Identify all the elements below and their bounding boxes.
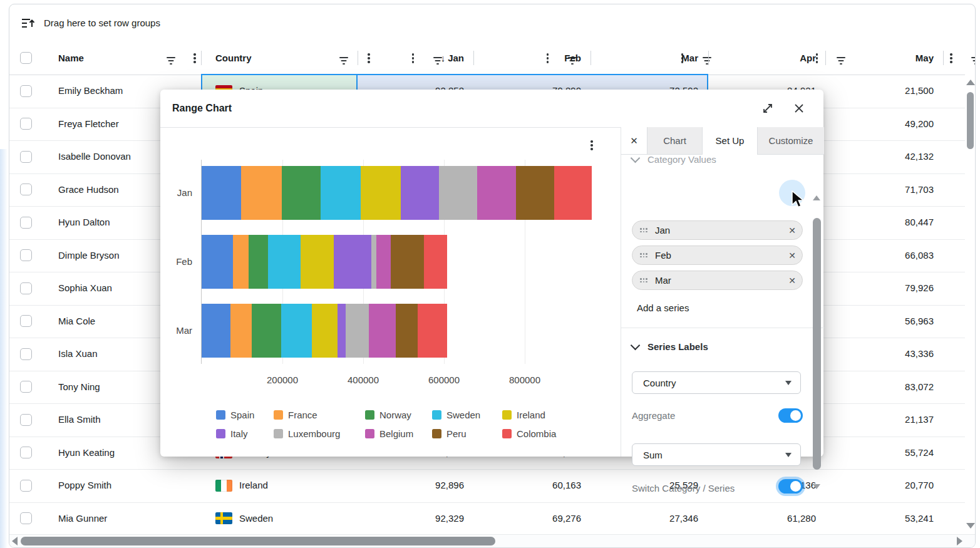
column-resize-handle[interactable] [591,51,591,65]
scroll-up-icon[interactable] [966,80,975,85]
column-header-may[interactable]: May [840,41,934,74]
dialog-titlebar[interactable]: Range Chart [160,90,823,128]
cell-may[interactable]: 56,963 [840,305,934,338]
tab-set-up[interactable]: Set Up [702,127,758,155]
cell-may[interactable]: 66,083 [840,239,934,272]
cell-name[interactable]: Poppy Smith [58,469,111,502]
row-checkbox[interactable] [20,85,32,97]
cell-may[interactable]: 42,132 [840,140,934,173]
column-resize-handle[interactable] [358,51,358,65]
horizontal-scrollbar[interactable] [9,534,975,548]
row-checkbox[interactable] [20,249,32,261]
column-header-jan[interactable]: ↓ Jan [370,41,464,74]
column-menu-icon[interactable] [816,53,818,63]
cell-may[interactable]: 71,703 [840,173,934,207]
legend-item-peru[interactable]: Peru [432,428,467,439]
row-checkbox[interactable] [20,348,32,360]
row-checkbox[interactable] [20,118,32,130]
filter-icon[interactable] [339,57,349,65]
cell-may[interactable]: 21,137 [840,403,934,437]
row-checkbox[interactable] [20,151,32,163]
column-header-country[interactable]: Country [215,41,252,74]
column-menu-icon[interactable] [193,53,196,63]
close-icon[interactable] [793,102,805,115]
vertical-scroll-thumb[interactable] [967,92,974,149]
cell-may[interactable]: 79,926 [840,272,934,305]
series-chip-mar[interactable]: Mar✕ [632,271,803,290]
cell-name[interactable]: Mia Cole [58,305,95,338]
cell-name[interactable]: Hyun Keating [58,437,115,470]
cell-may[interactable]: 80,447 [840,206,934,239]
section-series-labels[interactable]: Series Labels [632,341,708,352]
legend-item-italy[interactable]: Italy [216,428,248,439]
cell-name[interactable]: Isabelle Donovan [58,140,131,173]
cell-may[interactable]: 53,241 [840,502,934,535]
legend-item-ireland[interactable]: Ireland [502,410,545,420]
filter-icon[interactable] [971,57,976,65]
row-checkbox[interactable] [20,512,32,524]
chip-remove-icon[interactable]: ✕ [787,225,797,235]
legend-item-luxembourg[interactable]: Luxembourg [274,428,340,439]
row-checkbox[interactable] [20,217,32,229]
series-chip-jan[interactable]: Jan✕ [632,220,803,240]
legend-item-belgium[interactable]: Belgium [365,428,413,439]
vertical-scrollbar[interactable] [965,75,975,534]
scroll-left-icon[interactable] [12,537,18,545]
row-checkbox[interactable] [20,315,32,327]
cell-jan[interactable]: 92,896 [370,469,464,502]
legend-item-norway[interactable]: Norway [365,410,411,420]
row-checkbox[interactable] [20,480,32,492]
cell-name[interactable]: Sophia Xuan [58,272,112,305]
cell-may[interactable]: 21,500 [840,75,934,108]
switch-category-series-toggle[interactable] [778,479,803,494]
row-checkbox[interactable] [20,414,32,426]
maximize-icon[interactable] [761,102,774,115]
column-resize-handle[interactable] [825,51,826,65]
horizontal-scroll-thumb[interactable] [21,537,495,545]
cell-may[interactable]: 20,770 [840,469,934,502]
cell-mar[interactable]: 27,346 [604,502,698,535]
column-resize-handle[interactable] [201,51,202,65]
cell-name[interactable]: Tony Ning [58,371,100,404]
column-header-apr[interactable]: Apr [722,41,816,74]
row-checkbox[interactable] [20,282,32,294]
cell-name[interactable]: Emily Beckham [58,75,123,108]
chip-remove-icon[interactable]: ✕ [787,251,797,261]
column-header-name[interactable]: Name [58,41,84,74]
column-resize-handle[interactable] [943,51,944,65]
aggregate-toggle[interactable] [778,408,803,423]
column-menu-icon[interactable] [950,53,952,63]
panel-scroll-down-icon[interactable] [813,484,820,489]
cell-country[interactable]: Sweden [239,502,273,535]
cell-jan[interactable]: 92,329 [370,502,464,535]
legend-item-sweden[interactable]: Sweden [432,410,480,420]
scroll-right-icon[interactable] [957,537,962,545]
cell-name[interactable]: Ella Smith [58,403,101,437]
chip-remove-icon[interactable]: ✕ [787,276,797,286]
tab-customize[interactable]: Customize [758,127,824,155]
drag-handle-icon[interactable] [639,227,648,233]
row-checkbox[interactable] [20,381,32,393]
column-header-feb[interactable]: Feb [487,41,581,74]
filter-icon[interactable] [702,57,711,65]
cell-country[interactable]: Ireland [239,469,268,502]
cell-feb[interactable]: 69,276 [487,502,581,535]
panel-scroll-thumb[interactable] [813,218,821,470]
cell-may[interactable]: 83,072 [840,371,934,404]
aggregate-function-select[interactable]: Sum [632,443,801,466]
drag-handle-icon[interactable] [639,277,648,283]
cell-may[interactable]: 55,724 [840,437,934,470]
scroll-down-icon[interactable] [966,523,975,529]
chart-menu-icon[interactable] [591,140,593,150]
column-resize-handle[interactable] [708,51,709,65]
cell-name[interactable]: Hyun Dalton [58,206,110,239]
column-resize-handle[interactable] [473,51,474,65]
cell-apr[interactable]: 61,280 [722,502,816,535]
drag-handle-icon[interactable] [639,252,648,258]
panel-close-icon[interactable]: ✕ [621,127,647,155]
cell-name[interactable]: Mia Gunner [58,502,107,535]
row-group-drop-zone[interactable]: Drag here to set row groups [9,4,975,42]
row-checkbox[interactable] [20,447,32,458]
cell-feb[interactable]: 60,163 [487,469,581,502]
series-chip-feb[interactable]: Feb✕ [632,246,803,265]
